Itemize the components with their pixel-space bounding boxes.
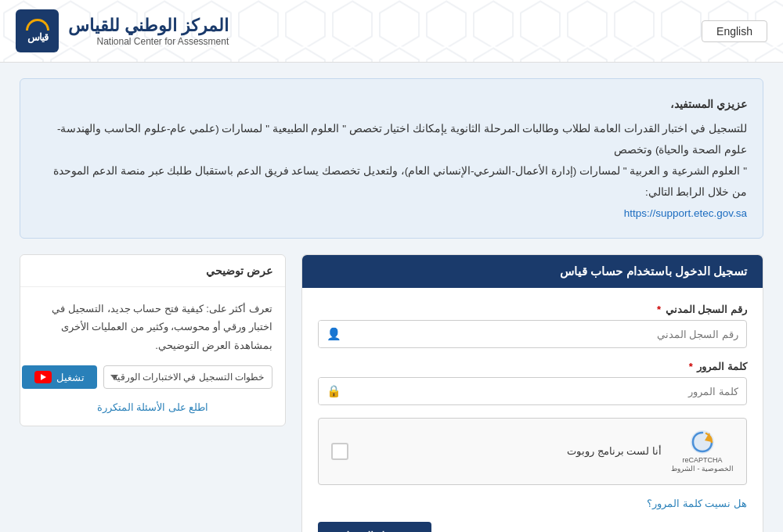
svg-point-2	[691, 430, 714, 454]
faq-link[interactable]: اطلع على الأسئلة المتكررة	[33, 401, 272, 413]
login-panel: تسجيل الدخول باستخدام حساب قياس رقم السج…	[301, 254, 763, 532]
person-icon: 👤	[319, 321, 349, 347]
info-line1: للتسجيل في اختبار القدرات العامة لطلاب و…	[57, 123, 747, 156]
tutorial-panel-title: عرض توضيحي	[20, 255, 285, 287]
logo-area: المركز الوطني للقياس National Center for…	[16, 9, 229, 52]
id-input-wrapper: 👤	[318, 320, 747, 348]
tutorial-controls: خطوات التسجيل في الاختبارات الورقية تشغي…	[33, 365, 272, 389]
password-input[interactable]	[349, 379, 746, 404]
recaptcha-label: أنا لست برنامج روبوت	[567, 445, 662, 457]
info-banner: عزيزي المستفيد، للتسجيل في اختبار القدرا…	[20, 78, 763, 239]
play-label: تشغيل	[56, 372, 85, 383]
login-button[interactable]: تسجيل الدخول	[318, 522, 431, 532]
two-col-layout: تسجيل الدخول باستخدام حساب قياس رقم السج…	[20, 254, 763, 532]
recaptcha-brand: reCAPTCHA الخصوصية - الشروط	[671, 456, 734, 473]
login-panel-title: تسجيل الدخول باستخدام حساب قياس	[302, 255, 763, 288]
english-button[interactable]: English	[702, 20, 767, 42]
logo-text: المركز الوطني للقياس National Center for…	[68, 16, 229, 47]
youtube-play-triangle	[41, 374, 46, 380]
dear-user-text: عزيزي المستفيد،	[36, 93, 747, 115]
youtube-icon	[34, 371, 52, 383]
info-line2: " العلوم الشرعية و العربية " لمسارات (إد…	[53, 165, 747, 198]
password-form-group: كلمة المرور * 🔒	[318, 361, 747, 405]
logo-inner: قياس	[26, 19, 49, 43]
logo-icon: قياس	[16, 9, 59, 52]
logo-arc	[26, 19, 49, 31]
tutorial-desc: تعرف أكثر على: كيفية فتح حساب جديد، التس…	[33, 300, 272, 354]
english-btn-wrapper: English	[702, 20, 767, 42]
recaptcha-icon	[690, 430, 715, 455]
password-required: *	[689, 361, 693, 372]
login-panel-body: رقم السجل المدني * 👤 كلمة المرور *	[302, 288, 763, 532]
recaptcha-left: reCAPTCHA الخصوصية - الشروط أنا لست برنا…	[567, 430, 734, 473]
main-content: عزيزي المستفيد، للتسجيل في اختبار القدرا…	[8, 78, 775, 532]
header: English المركز الوطني للقياس National Ce…	[0, 0, 783, 63]
tutorial-select[interactable]: خطوات التسجيل في الاختبارات الورقية	[103, 365, 272, 389]
tutorial-panel-body: تعرف أكثر على: كيفية فتح حساب جديد، التس…	[20, 287, 285, 426]
recaptcha-box: reCAPTCHA الخصوصية - الشروط أنا لست برنا…	[318, 418, 747, 485]
forgot-password-link[interactable]: هل نسيت كلمة المرور؟	[318, 498, 747, 509]
lock-icon: 🔒	[319, 378, 349, 404]
logo-english-name: National Center for Assessment	[68, 36, 229, 47]
logo-abbr: قياس	[27, 32, 48, 43]
id-form-group: رقم السجل المدني * 👤	[318, 304, 747, 348]
support-link[interactable]: https://support.etec.gov.sa	[624, 207, 747, 219]
recaptcha-logo: reCAPTCHA الخصوصية - الشروط	[671, 430, 734, 473]
play-button[interactable]: تشغيل	[22, 365, 97, 389]
password-label: كلمة المرور *	[318, 361, 747, 372]
id-input[interactable]	[349, 322, 746, 347]
id-label: رقم السجل المدني *	[318, 304, 747, 315]
tutorial-panel: عرض توضيحي تعرف أكثر على: كيفية فتح حساب…	[20, 254, 286, 426]
id-required: *	[657, 304, 661, 315]
recaptcha-checkbox[interactable]	[331, 443, 348, 460]
logo-arabic-name: المركز الوطني للقياس	[68, 16, 229, 36]
password-input-wrapper: 🔒	[318, 377, 747, 405]
